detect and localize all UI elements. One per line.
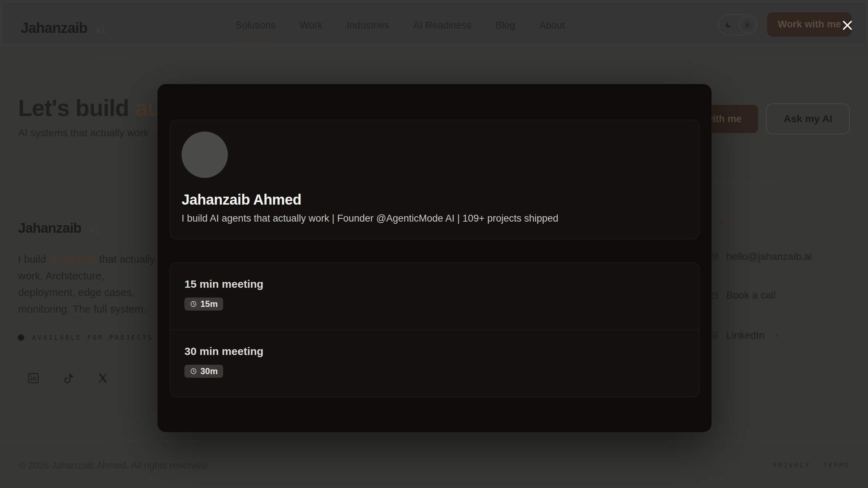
tiktok-icon[interactable] xyxy=(62,372,74,384)
brand-logo[interactable]: Jahanzaib.ai xyxy=(21,20,106,36)
connect-book-call-link[interactable]: Book a call xyxy=(710,289,776,302)
connect-heading: CONNECT xyxy=(707,220,756,228)
hero-divider xyxy=(711,183,788,183)
profile-bio: I build AI agents that actually work | F… xyxy=(182,213,558,224)
nav-item-solutions[interactable]: Solutions xyxy=(235,20,276,37)
linkedin-icon[interactable] xyxy=(27,372,39,384)
availability-label: AVAILABLE FOR PROJECTS xyxy=(32,334,153,341)
footer-bio-text: I build AI agents that actually work. Ar… xyxy=(18,251,163,317)
availability-dot-icon xyxy=(18,334,24,341)
external-arrow-icon xyxy=(774,333,780,338)
theme-toggle-knob xyxy=(739,16,756,33)
footer-brand-logo[interactable]: Jahanzaib.ai xyxy=(18,221,100,236)
hero-heading: Let's build aut xyxy=(18,95,169,121)
booking-modal: Jahanzaib Ahmed I build AI agents that a… xyxy=(157,84,712,432)
brand-name: Jahanzaib xyxy=(21,20,87,36)
ask-my-ai-button[interactable]: Ask my AI xyxy=(766,103,850,134)
connect-linkedin-link[interactable]: LinkedIn xyxy=(710,329,780,342)
duration-badge: 30m xyxy=(184,365,223,378)
clock-icon xyxy=(190,300,197,308)
sun-icon xyxy=(743,20,752,30)
duration-text: 30m xyxy=(200,366,218,376)
meeting-row-15min[interactable]: 15 min meeting 15m xyxy=(170,263,699,330)
brand-tld: .ai xyxy=(90,25,106,35)
footer-links: PRIVACY TERMS xyxy=(773,461,850,469)
social-links xyxy=(27,372,109,384)
terms-link[interactable]: TERMS xyxy=(823,461,850,469)
meeting-title: 15 min meeting xyxy=(184,278,263,290)
moon-icon xyxy=(725,21,732,29)
book-call-label: Book a call xyxy=(726,290,776,301)
availability-status: AVAILABLE FOR PROJECTS xyxy=(18,334,153,341)
theme-toggle[interactable] xyxy=(718,14,758,35)
email-address: hello@jahanzaib.ai xyxy=(726,251,812,262)
privacy-link[interactable]: PRIVACY xyxy=(773,461,810,469)
main-nav: Solutions Work Industries AI Readiness B… xyxy=(235,20,565,37)
meeting-row-30min[interactable]: 30 min meeting 30m xyxy=(170,330,699,397)
bio-accent: AI agents xyxy=(49,253,96,265)
linkedin-label: LinkedIn xyxy=(726,330,765,341)
close-icon xyxy=(841,19,854,31)
meeting-list: 15 min meeting 15m 30 min meeting 30m xyxy=(170,262,699,397)
copyright-text: © 2026 Jahanzaib Ahmed. All rights reser… xyxy=(18,460,209,471)
duration-text: 15m xyxy=(200,299,218,309)
modal-close-button[interactable] xyxy=(838,16,857,35)
avatar xyxy=(182,132,228,178)
footer-divider xyxy=(0,441,868,441)
hero-subtext: AI systems that actually work xyxy=(18,127,149,139)
nav-item-about[interactable]: About xyxy=(539,20,565,37)
navbar: Jahanzaib.ai Solutions Work Industries A… xyxy=(1,1,867,45)
meeting-title: 30 min meeting xyxy=(184,345,263,358)
x-icon[interactable] xyxy=(97,372,109,384)
duration-badge: 15m xyxy=(184,297,223,311)
nav-item-ai-readiness[interactable]: AI Readiness xyxy=(413,20,472,37)
section-divider xyxy=(90,56,868,56)
clock-icon xyxy=(190,368,197,375)
profile-name: Jahanzaib Ahmed xyxy=(182,192,301,208)
connect-email-link[interactable]: hello@jahanzaib.ai xyxy=(710,250,812,263)
profile-card: Jahanzaib Ahmed I build AI agents that a… xyxy=(170,120,699,239)
nav-item-industries[interactable]: Industries xyxy=(347,20,389,37)
nav-item-work[interactable]: Work xyxy=(300,20,323,37)
nav-item-blog[interactable]: Blog xyxy=(495,20,515,37)
